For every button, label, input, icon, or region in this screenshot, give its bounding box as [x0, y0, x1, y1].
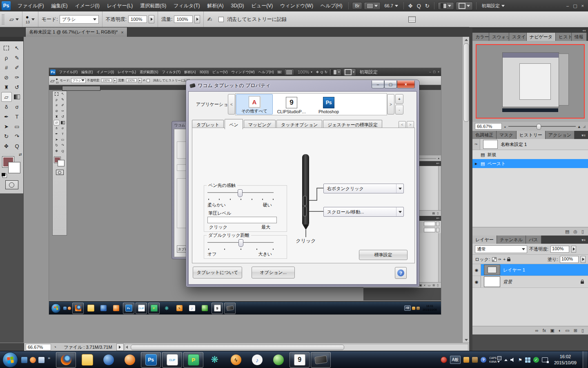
history-brush-source-icon[interactable]: ✑: [472, 139, 480, 150]
history-snapshot-row[interactable]: ✑ 名称未設定 1: [472, 139, 588, 150]
opacity-input[interactable]: 100%: [128, 16, 147, 23]
new-document-from-state-icon[interactable]: ▤: [565, 229, 569, 234]
blur-tool[interactable]: δ: [1, 102, 12, 112]
upper-button-action-select[interactable]: 右ボタンクリック: [323, 184, 404, 193]
dodge-tool[interactable]: σ: [12, 102, 22, 112]
dialog-restore-button[interactable]: ▢: [384, 81, 397, 88]
menu-item[interactable]: 3D(D): [227, 0, 248, 11]
quick-launch-remote-icon[interactable]: [38, 357, 45, 363]
panel-tab[interactable]: マスク: [497, 131, 517, 139]
application-scroll-right-button[interactable]: >: [387, 94, 394, 114]
view-extras-button[interactable]: [364, 2, 381, 10]
network-icon[interactable]: [542, 357, 548, 362]
menu-item[interactable]: フィルタ(T): [170, 0, 203, 11]
adjustment-layer-icon[interactable]: ◐: [559, 328, 561, 333]
path-selection-tool[interactable]: ➤: [1, 121, 12, 131]
taskbar-winamp[interactable]: ϟ: [226, 352, 246, 368]
brush-tool[interactable]: ✑: [12, 72, 22, 82]
new-group-icon[interactable]: ▭: [565, 328, 569, 333]
zoom-level-control[interactable]: 66.7: [381, 3, 401, 8]
lower-button-action-select[interactable]: スクロール/移動...: [323, 207, 404, 217]
swap-colors-icon[interactable]: ⇄: [19, 153, 22, 157]
layer-fill-input[interactable]: 100%: [560, 256, 579, 263]
3d-orbit-tool[interactable]: ↷: [12, 131, 22, 141]
tool-preset[interactable]: ▱: [6, 11, 22, 27]
panel-tab[interactable]: ヒストグラム: [556, 33, 572, 41]
navigator-zoom-slider[interactable]: [508, 126, 576, 127]
taskbar-firefox[interactable]: [56, 352, 76, 368]
taskbar-clipstudio[interactable]: CLIP: [162, 352, 182, 368]
application-tile[interactable]: Ps Photoshop: [310, 94, 347, 114]
layer-row[interactable]: ◉ レイヤー 1: [472, 264, 588, 276]
panel-tab[interactable]: スウォッチ: [489, 33, 509, 41]
panel-tab[interactable]: アクション: [546, 131, 575, 139]
lock-position-icon[interactable]: +: [503, 257, 506, 262]
scrollbar-thumb[interactable]: [463, 43, 469, 122]
ime-status[interactable]: CAPS KANA: [489, 356, 501, 364]
layer-thumbnail[interactable]: [484, 276, 500, 287]
bridge-button[interactable]: Br: [352, 2, 362, 9]
spot-healing-brush-tool[interactable]: ⊘: [1, 72, 12, 82]
taskbar-p-app[interactable]: P: [183, 352, 203, 368]
quick-launch-computer-icon[interactable]: [21, 357, 27, 363]
clone-stamp-tool[interactable]: ♜: [1, 82, 12, 92]
show-desktop-button[interactable]: [583, 351, 587, 368]
lock-all-icon[interactable]: [507, 259, 510, 261]
dialog-tab[interactable]: ペン: [225, 119, 243, 129]
menu-item[interactable]: ファイル(F): [14, 0, 47, 11]
new-snapshot-icon[interactable]: ◎: [573, 229, 577, 234]
dialog-minimize-button[interactable]: –: [372, 81, 384, 88]
status-zoom-input[interactable]: 66.67%: [26, 344, 51, 350]
delete-layer-icon[interactable]: ▯: [581, 328, 584, 333]
panel-tab[interactable]: カラー: [472, 33, 489, 41]
collapse-dock-icon[interactable]: ◂◂: [582, 29, 586, 32]
eyedropper-tool[interactable]: ✐: [12, 63, 22, 72]
ime-palette-icon[interactable]: [463, 357, 469, 363]
ime-mode-indicator[interactable]: A般: [450, 356, 461, 364]
start-button[interactable]: [2, 352, 18, 368]
hand-tool[interactable]: ✥: [1, 141, 12, 151]
zoom-tool-icon[interactable]: Q: [415, 3, 423, 9]
slider-thumb[interactable]: [537, 124, 541, 130]
add-layer-mask-icon[interactable]: ▣: [550, 328, 554, 333]
lock-transparency-icon[interactable]: [492, 257, 497, 262]
ime-help-icon[interactable]: ?: [481, 357, 486, 363]
help-button[interactable]: ?: [395, 267, 407, 279]
lock-image-icon[interactable]: ✑: [498, 257, 501, 262]
panel-tab[interactable]: 情報: [572, 33, 587, 41]
background-color-swatch[interactable]: [9, 162, 20, 173]
navigator-zoom-input[interactable]: 66.67%: [475, 123, 502, 130]
zoom-in-icon[interactable]: ▴: [578, 124, 581, 129]
gradient-tool[interactable]: [12, 92, 22, 102]
erase-to-history-option[interactable]: 消去してヒストリーに記録: [215, 11, 290, 27]
show-hidden-icons-button[interactable]: [504, 359, 508, 361]
windows-update-icon[interactable]: [525, 357, 530, 363]
antivirus-tray-icon[interactable]: [441, 357, 447, 363]
about-tablet-button[interactable]: タブレットについて: [193, 267, 242, 278]
navigator-preview[interactable]: [476, 44, 585, 119]
taskbar-clip-paint[interactable]: 9: [290, 352, 310, 368]
status-flyout-button[interactable]: [116, 343, 124, 351]
brush-preset-picker[interactable]: ●13: [22, 11, 38, 27]
ime-toolbox-icon[interactable]: [472, 357, 478, 363]
hand-tool-icon[interactable]: ✥: [406, 3, 415, 9]
delete-state-icon[interactable]: ▯: [581, 229, 584, 234]
layer-visibility-eye-icon[interactable]: ◉: [472, 264, 481, 276]
panel-tab[interactable]: パス: [526, 236, 541, 244]
layer-thumbnail[interactable]: [484, 265, 500, 275]
options-panel-toggle-icon[interactable]: [408, 16, 416, 22]
tools-panel-header[interactable]: [0, 37, 24, 41]
application-scroll-left-button[interactable]: <: [228, 94, 235, 114]
resize-grip-icon[interactable]: ◢: [583, 124, 586, 128]
layer-name[interactable]: 背景: [503, 279, 581, 285]
taskbar-clock[interactable]: 16:02 2015/10/09: [554, 354, 577, 366]
zoom-out-icon[interactable]: ▴: [504, 125, 506, 128]
application-remove-button[interactable]: -: [395, 105, 403, 114]
layer-opacity-input[interactable]: 100%: [550, 246, 569, 253]
taskbar-thunderbird[interactable]: [98, 352, 118, 368]
lasso-tool[interactable]: ρ: [1, 53, 12, 63]
panel-tab[interactable]: 色調補正: [472, 131, 497, 139]
close-button[interactable]: ×: [581, 3, 584, 9]
type-tool[interactable]: T: [12, 112, 22, 121]
application-add-button[interactable]: +: [395, 94, 403, 104]
